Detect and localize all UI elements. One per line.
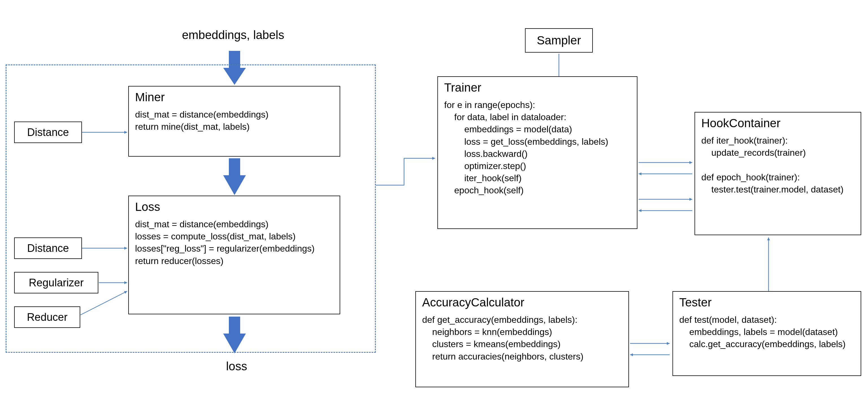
acc-box: AccuracyCalculator def get_accuracy(embe… [415,291,629,387]
svg-rect-4 [229,316,240,334]
svg-marker-5 [223,334,246,353]
svg-marker-1 [223,68,246,85]
tester-title: Tester [679,296,855,309]
reducer-box: Reducer [14,306,80,328]
regularizer-box: Regularizer [14,272,98,294]
miner-box: Miner dist_mat = distance(embeddings) re… [128,86,340,157]
distance2-label: Distance [27,242,69,254]
loss-box: Loss dist_mat = distance(embeddings) los… [128,195,340,314]
sampler-label: Sampler [537,34,581,47]
svg-rect-2 [229,158,240,175]
miner-title: Miner [135,90,333,104]
trainer-title: Trainer [444,81,631,94]
diagram-canvas: embeddings, labels loss Miner dist_mat =… [0,0,868,398]
hook-code: def iter_hook(trainer): update_records(t… [701,134,855,195]
distance-box-2: Distance [14,238,82,259]
regularizer-label: Regularizer [29,277,84,289]
arrow-dashed-to-trainer [376,158,435,185]
reducer-label: Reducer [27,311,67,324]
input-label: embeddings, labels [182,28,284,42]
thick-arrow-mid [223,158,246,195]
acc-title: AccuracyCalculator [422,296,622,309]
tester-box: Tester def test(model, dataset): embeddi… [673,291,861,376]
loss-code: dist_mat = distance(embeddings) losses =… [135,218,333,267]
output-label: loss [226,360,247,373]
distance-box-1: Distance [14,122,82,143]
thick-arrow-top [223,51,246,85]
tester-code: def test(model, dataset): embeddings, la… [679,314,855,350]
trainer-code: for e in range(epochs): for data, label … [444,99,631,197]
svg-rect-0 [229,51,240,68]
arrow-reducer-loss [81,291,127,315]
distance1-label: Distance [27,126,69,139]
acc-code: def get_accuracy(embeddings, labels): ne… [422,314,622,363]
trainer-box: Trainer for e in range(epochs): for data… [437,76,638,229]
hook-box: HookContainer def iter_hook(trainer): up… [694,112,861,235]
svg-marker-3 [223,175,246,195]
sampler-box: Sampler [525,28,593,53]
thick-arrow-bottom [223,316,246,353]
hook-title: HookContainer [701,117,855,130]
miner-code: dist_mat = distance(embeddings) return m… [135,109,333,133]
loss-title: Loss [135,200,333,214]
